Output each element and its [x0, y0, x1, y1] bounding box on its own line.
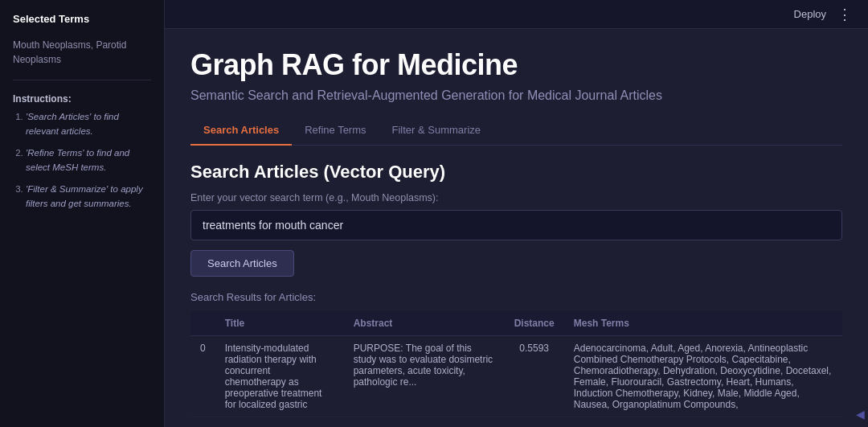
row-distance: 0.5593	[505, 336, 564, 417]
instruction-1: 'Search Articles' to find relevant artic…	[26, 112, 119, 136]
tab-filter-summarize[interactable]: Filter & Summarize	[379, 117, 494, 146]
col-header-distance: Distance	[505, 311, 564, 336]
instruction-3: 'Filter & Summarize' to apply filters an…	[26, 184, 143, 208]
main-content: Deploy ⋮ Graph RAG for Medicine Semantic…	[165, 0, 868, 427]
sidebar-divider	[13, 80, 151, 80]
row-mesh-terms: Adenocarcinoma, Adult, Aged, Anorexia, A…	[564, 336, 842, 417]
instructions-label: Instructions:	[13, 93, 151, 105]
content-area: Graph RAG for Medicine Semantic Search a…	[165, 29, 868, 427]
instruction-item: 'Refine Terms' to find and select MeSH t…	[26, 146, 151, 175]
search-input-label: Enter your vector search term (e.g., Mou…	[190, 192, 842, 203]
col-header-num	[190, 311, 215, 336]
tabs-bar: Search Articles Refine Terms Filter & Su…	[190, 117, 842, 146]
table-row: 0 Intensity-modulated radiation therapy …	[190, 336, 842, 417]
row-title: Intensity-modulated radiation therapy wi…	[215, 336, 344, 417]
col-header-abstract: Abstract	[344, 311, 505, 336]
tab-refine-terms[interactable]: Refine Terms	[292, 117, 379, 146]
sidebar-instructions: Instructions: 'Search Articles' to find …	[13, 93, 151, 217]
instruction-item: 'Filter & Summarize' to apply filters an…	[26, 182, 151, 211]
table-header-row: Title Abstract Distance Mesh Terms	[190, 311, 842, 336]
results-label: Search Results for Articles:	[190, 291, 842, 303]
col-header-title: Title	[215, 311, 344, 336]
deploy-button[interactable]: Deploy	[788, 5, 833, 23]
section-title: Search Articles (Vector Query)	[190, 162, 842, 183]
search-articles-button[interactable]: Search Articles	[190, 250, 294, 277]
topbar: Deploy ⋮	[165, 0, 868, 29]
tab-search-articles[interactable]: Search Articles	[190, 117, 292, 146]
page-title: Graph RAG for Medicine	[190, 48, 842, 82]
instruction-item: 'Search Articles' to find relevant artic…	[26, 109, 151, 139]
more-options-button[interactable]: ⋮	[833, 4, 857, 25]
instruction-2: 'Refine Terms' to find and select MeSH t…	[26, 148, 129, 172]
search-input[interactable]	[190, 210, 842, 240]
col-header-mesh: Mesh Terms	[564, 311, 842, 336]
results-table: Title Abstract Distance Mesh Terms 0 Int…	[190, 311, 842, 417]
row-abstract: PURPOSE: The goal of this study was to e…	[344, 336, 505, 417]
main-wrapper: Deploy ⋮ Graph RAG for Medicine Semantic…	[165, 0, 868, 427]
row-index: 0	[190, 336, 215, 417]
selected-terms-title: Selected Terms	[13, 13, 151, 25]
expand-arrow[interactable]: ◀	[856, 408, 865, 421]
selected-terms-value: Mouth Neoplasms, Parotid Neoplasms	[13, 38, 151, 67]
page-subtitle: Semantic Search and Retrieval-Augmented …	[190, 88, 842, 103]
sidebar: Selected Terms Mouth Neoplasms, Parotid …	[0, 0, 165, 427]
